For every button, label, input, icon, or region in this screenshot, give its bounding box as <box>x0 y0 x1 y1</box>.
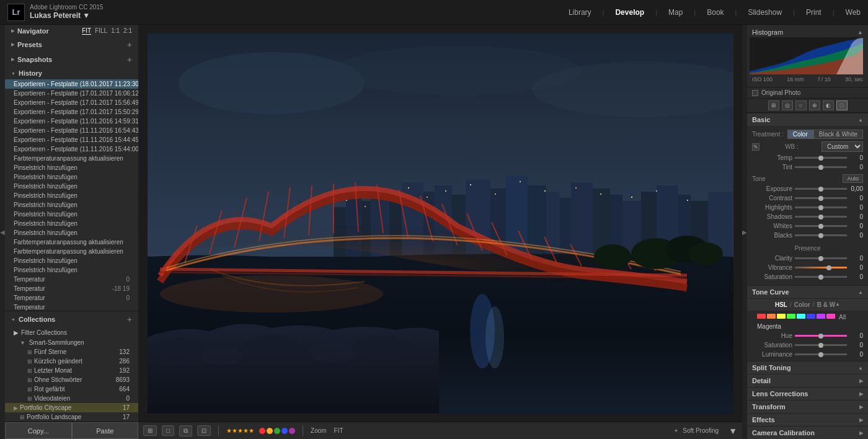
history-item[interactable]: Pinselstrich hinzufügen <box>5 219 138 228</box>
right-panel-collapse[interactable]: ▶ <box>742 25 747 439</box>
vibrance-slider[interactable] <box>795 267 847 268</box>
temp-slider[interactable] <box>795 157 847 159</box>
history-item[interactable]: Exportieren - Festplatte (18.01.2017 11:… <box>5 79 138 89</box>
portfolio-landscape-item[interactable]: ⊞Portfolio Landscape17 <box>5 412 138 422</box>
history-item[interactable]: Temperatur <box>5 303 138 311</box>
bw-treatment-btn[interactable]: Black & White <box>813 130 863 139</box>
adjustment-brush-tool[interactable]: □ <box>836 100 848 110</box>
vibrance-thumb[interactable] <box>826 265 831 270</box>
all-colors-btn[interactable]: All <box>839 314 846 321</box>
shadows-thumb[interactable] <box>818 215 823 220</box>
transform-section-header[interactable]: Transform ▶ <box>747 400 868 413</box>
redeye-tool[interactable]: ○ <box>795 100 807 110</box>
history-item[interactable]: Pinselstrich hinzufügen <box>5 200 138 210</box>
history-item[interactable]: Exportieren - Festplatte (17.01.2017 16:… <box>5 89 138 98</box>
history-item[interactable]: Pinselstrich hinzufügen <box>5 191 138 200</box>
navigator-section-header[interactable]: ▶ Navigator FIT FILL 1:1 2:1 <box>5 25 138 37</box>
compare-view-btn[interactable]: ⧉ <box>179 425 192 437</box>
zoom-1-1-btn[interactable]: 1:1 <box>111 27 120 35</box>
loupe-view-btn[interactable]: □ <box>162 425 174 436</box>
color-purple-dot[interactable] <box>289 428 295 434</box>
color-green-dot[interactable] <box>274 428 280 434</box>
nav-web[interactable]: Web <box>846 8 861 17</box>
whites-slider[interactable] <box>795 225 847 227</box>
whites-thumb[interactable] <box>818 224 823 229</box>
list-item[interactable]: ⊞Fünf Sterne132 <box>5 347 138 357</box>
yellow-swatch[interactable] <box>777 314 786 319</box>
saturation-slider[interactable] <box>795 276 847 278</box>
hsl-sat-thumb[interactable] <box>818 343 823 348</box>
aqua-swatch[interactable] <box>797 314 805 319</box>
paste-button[interactable]: Paste <box>72 422 139 439</box>
list-item[interactable]: ⊞Ohne Stichwörter8693 <box>5 375 138 384</box>
red-swatch[interactable] <box>757 314 766 319</box>
green-swatch[interactable] <box>787 314 795 319</box>
hsl-tab[interactable]: HSL <box>775 301 787 308</box>
contrast-thumb[interactable] <box>818 196 823 201</box>
highlights-slider[interactable] <box>795 206 847 208</box>
snapshots-add-btn[interactable]: + <box>127 55 132 64</box>
blue-swatch[interactable] <box>807 314 815 319</box>
presets-add-btn[interactable]: + <box>127 40 132 50</box>
soft-proofing-text[interactable]: Soft Proofing <box>683 427 719 434</box>
detail-section-header[interactable]: Detail ▶ <box>747 374 868 387</box>
hsl-lum-thumb[interactable] <box>818 352 823 357</box>
filmstrip-collapse[interactable]: ▼ <box>728 426 737 436</box>
highlights-thumb[interactable] <box>818 205 823 210</box>
history-item[interactable]: Exportieren - Festplatte (11.01.2016 14:… <box>5 117 138 126</box>
color-orange-dot[interactable] <box>267 428 273 434</box>
collections-section-header[interactable]: ▼ Collections + <box>5 311 138 327</box>
list-item[interactable]: ⊞Rot gefärbt664 <box>5 384 138 394</box>
history-item[interactable]: Exportieren - Festplatte (17.01.2017 15:… <box>5 107 138 117</box>
wb-select[interactable]: Custom Auto Daylight <box>822 141 863 152</box>
presets-section-header[interactable]: ▶ Presets + <box>5 37 138 52</box>
split-toning-section-header[interactable]: Split Toning ▲ <box>747 361 868 374</box>
graduated-filter-tool[interactable]: ⊕ <box>809 100 820 110</box>
smart-sammlungen-item[interactable]: ▼ Smart-Sammlungen <box>5 338 138 347</box>
history-item[interactable]: Pinselstrich hinzufügen <box>5 265 138 275</box>
rating-stars[interactable]: ★★★★★ <box>226 427 254 434</box>
list-item[interactable]: ⊞Videodateien0 <box>5 394 138 403</box>
hsl-lum-slider[interactable] <box>795 353 847 355</box>
nav-develop[interactable]: Develop <box>615 8 644 17</box>
bw-tab[interactable]: B & W <box>817 301 835 308</box>
wb-eyedrop-btn[interactable]: ✎ <box>752 143 760 151</box>
auto-btn[interactable]: Auto <box>843 174 863 183</box>
purple-swatch[interactable] <box>817 314 825 319</box>
hsl-section-header[interactable]: HSL / Color / B & W ▲ <box>747 298 868 311</box>
history-item[interactable]: Pinselstrich hinzufügen <box>5 163 138 172</box>
original-photo-row[interactable]: Original Photo <box>747 87 868 99</box>
nav-print[interactable]: Print <box>806 8 822 17</box>
color-treatment-btn[interactable]: Color <box>787 130 813 139</box>
copy-button[interactable]: Copy... <box>5 422 72 439</box>
grid-view-btn[interactable]: ⊞ <box>143 425 157 436</box>
nav-map[interactable]: Map <box>668 8 683 17</box>
history-item[interactable]: Temperatur0 <box>5 293 138 303</box>
exposure-slider[interactable] <box>795 188 847 190</box>
history-item[interactable]: Farbtemperaturanpassung aktualisieren <box>5 154 138 163</box>
magenta-swatch[interactable] <box>826 314 835 319</box>
color-tab[interactable]: Color <box>794 301 810 308</box>
history-item[interactable]: Farbtemperaturanpassung aktualisieren <box>5 237 138 247</box>
radial-filter-tool[interactable]: ◐ <box>823 100 834 110</box>
histogram-expand-icon[interactable]: ▲ <box>857 29 863 35</box>
portfolio-cityscape-item[interactable]: ▶Portfolio Cityscape17 <box>5 403 138 412</box>
color-blue-dot[interactable] <box>281 428 288 434</box>
nav-library[interactable]: Library <box>569 8 591 17</box>
history-item[interactable]: Pinselstrich hinzufügen <box>5 228 138 237</box>
shadows-slider[interactable] <box>795 216 847 218</box>
contrast-slider[interactable] <box>795 197 847 199</box>
history-item[interactable]: Exportieren - Festplatte (11.11.2016 15:… <box>5 144 138 154</box>
hsl-sat-slider[interactable] <box>795 344 847 346</box>
basic-section-header[interactable]: Basic ▲ <box>747 113 868 126</box>
zoom-fill-btn[interactable]: FILL <box>95 27 107 35</box>
history-item[interactable]: Pinselstrich hinzufügen <box>5 210 138 219</box>
saturation-thumb[interactable] <box>818 275 823 280</box>
clarity-thumb[interactable] <box>818 256 823 261</box>
history-section-header[interactable]: ▼ History <box>5 67 138 79</box>
hsl-hue-slider[interactable] <box>795 335 847 337</box>
nav-slideshow[interactable]: Slideshow <box>748 8 782 17</box>
tone-curve-section-header[interactable]: Tone Curve ▲ <box>747 285 868 298</box>
nav-book[interactable]: Book <box>707 8 724 17</box>
history-item[interactable]: Exportieren - Festplatte (17.01.2017 15:… <box>5 98 138 107</box>
